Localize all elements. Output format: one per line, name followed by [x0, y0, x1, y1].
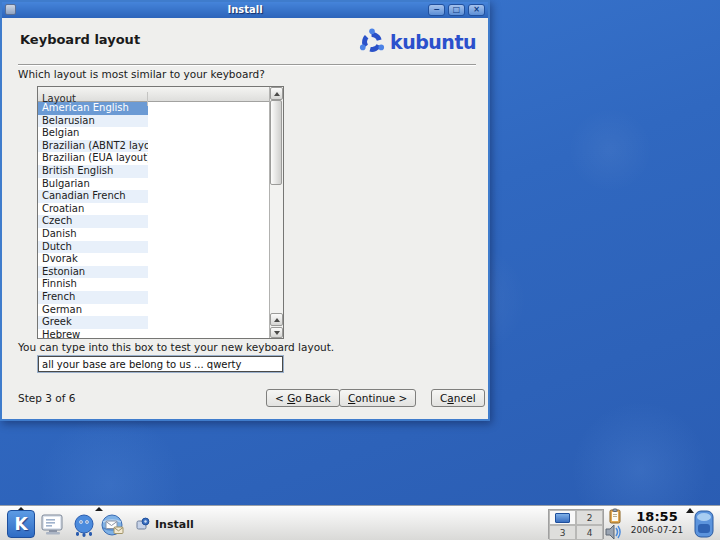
clock-time: 18:55	[628, 509, 686, 525]
desktop: Install − □ × Keyboard layout kubuntu Wh…	[0, 0, 720, 540]
scrollbar-track[interactable]	[270, 100, 283, 313]
kmenu-button[interactable]: K	[7, 510, 35, 538]
device-notifier-icon[interactable]	[692, 510, 716, 538]
pager-desktop-2[interactable]: 2	[576, 510, 603, 525]
layout-list-item[interactable]: Greek	[38, 316, 269, 329]
konqueror-icon[interactable]	[71, 512, 97, 538]
layout-list-scrollbar[interactable]	[269, 87, 283, 338]
clock[interactable]: 18:55 2006-07-21	[628, 509, 686, 536]
kubuntu-logo: kubuntu	[358, 28, 476, 56]
system-menu-popup-arrow	[95, 507, 103, 511]
layout-list-item[interactable]: Belarusian	[38, 115, 269, 128]
layout-list-item[interactable]: British English	[38, 165, 269, 178]
window-titlebar[interactable]: Install − □ ×	[2, 2, 488, 18]
layout-list-item[interactable]: Dutch	[38, 241, 269, 254]
layout-list-item[interactable]: Danish	[38, 228, 269, 241]
kubuntu-logo-icon	[358, 28, 386, 56]
header-separator	[18, 64, 476, 66]
keyboard-test-input[interactable]	[38, 356, 283, 372]
pager-active-window	[555, 513, 570, 523]
pager-desktop-3[interactable]: 3	[549, 525, 576, 540]
system-menu-icon[interactable]	[40, 512, 66, 538]
scroll-up-icon[interactable]	[270, 87, 283, 100]
layout-list-item[interactable]: Brazilian (ABNT2 layout)	[38, 140, 269, 153]
step-indicator: Step 3 of 6	[18, 392, 75, 404]
layout-list-header[interactable]: Layout	[38, 87, 269, 102]
volume-icon[interactable]	[604, 524, 622, 540]
layout-column-header[interactable]: Layout	[38, 92, 148, 106]
install-task-icon	[136, 517, 150, 531]
layout-list-item[interactable]: Estonian	[38, 266, 269, 279]
kubuntu-logo-text: kubuntu	[390, 31, 476, 53]
layout-list-item[interactable]: Dvorak	[38, 253, 269, 266]
pager-desktop-4[interactable]: 4	[576, 525, 603, 540]
layout-list-item[interactable]: German	[38, 304, 269, 317]
layout-list-item[interactable]: Belgian	[38, 127, 269, 140]
layout-list-item[interactable]: Finnish	[38, 278, 269, 291]
go-back-button[interactable]: < Go Back	[266, 389, 340, 407]
minimize-icon[interactable]: −	[428, 4, 445, 16]
pager-desktop-1[interactable]	[549, 510, 576, 525]
clock-date: 2006-07-21	[628, 525, 686, 536]
layout-list-item[interactable]: Croatian	[38, 203, 269, 216]
layout-list[interactable]: Layout American EnglishBelarusianBelgian…	[37, 86, 284, 339]
scrollbar-thumb[interactable]	[270, 100, 282, 185]
window-icon	[5, 4, 16, 15]
layout-question: Which layout is most similar to your key…	[18, 68, 265, 80]
continue-button[interactable]: Continue >	[339, 389, 416, 407]
page-title: Keyboard layout	[20, 32, 140, 47]
cancel-button[interactable]: Cancel	[431, 389, 485, 407]
pager: 234	[548, 509, 604, 539]
klipper-icon[interactable]	[607, 508, 623, 524]
layout-list-item[interactable]: Canadian French	[38, 190, 269, 203]
taskbar-task-install[interactable]: Install	[130, 512, 200, 536]
close-icon[interactable]: ×	[468, 4, 485, 16]
layout-list-item[interactable]: Brazilian (EUA layout)	[38, 152, 269, 165]
window-title: Install	[2, 2, 488, 18]
scroll-up2-icon[interactable]	[270, 313, 283, 326]
layout-list-body[interactable]: American EnglishBelarusianBelgianBrazili…	[38, 102, 269, 338]
layout-list-item[interactable]: Czech	[38, 215, 269, 228]
scroll-down-icon[interactable]	[270, 327, 283, 338]
install-window: Install − □ × Keyboard layout kubuntu Wh…	[0, 0, 490, 421]
maximize-icon[interactable]: □	[448, 4, 465, 16]
layout-list-item[interactable]: Bulgarian	[38, 178, 269, 191]
layout-list-item[interactable]: Hebrew	[38, 329, 269, 338]
kontact-icon[interactable]	[100, 512, 126, 538]
taskbar: K	[0, 505, 720, 540]
test-box-hint: You can type into this box to test your …	[18, 341, 334, 353]
task-label: Install	[155, 518, 194, 531]
layout-list-item[interactable]: French	[38, 291, 269, 304]
